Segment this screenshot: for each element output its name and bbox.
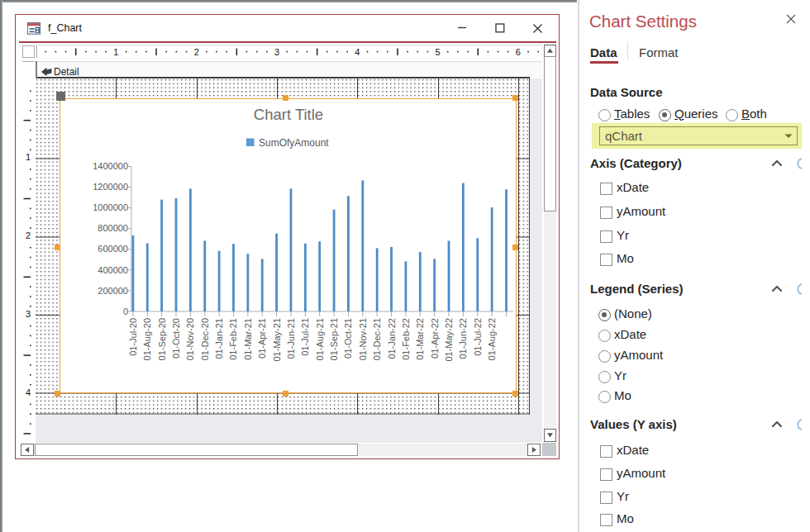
svg-text:1000000: 1000000 xyxy=(93,202,128,212)
svg-text:01-Aug-22: 01-Aug-22 xyxy=(487,318,497,360)
svg-text:01-Dec-20: 01-Dec-20 xyxy=(200,318,210,360)
svg-text:2: 2 xyxy=(194,47,199,57)
svg-text:01-Feb-21: 01-Feb-21 xyxy=(228,318,238,360)
svg-text:01-Oct-21: 01-Oct-21 xyxy=(343,318,353,359)
svg-text:01-Jul-21: 01-Jul-21 xyxy=(300,318,310,356)
svg-text:200000: 200000 xyxy=(98,286,128,296)
svg-text:01-Jan-22: 01-Jan-22 xyxy=(387,318,397,359)
svg-text:3: 3 xyxy=(25,309,30,319)
svg-text:5: 5 xyxy=(436,47,441,57)
svg-text:01-Jul-22: 01-Jul-22 xyxy=(473,318,483,356)
svg-text:1: 1 xyxy=(25,152,30,162)
svg-text:1400000: 1400000 xyxy=(93,161,128,171)
svg-text:01-Jan-21: 01-Jan-21 xyxy=(214,318,224,359)
svg-text:1: 1 xyxy=(113,47,118,57)
svg-text:4: 4 xyxy=(355,47,360,57)
svg-text:01-Jun-21: 01-Jun-21 xyxy=(286,318,296,359)
svg-text:01-May-22: 01-May-22 xyxy=(444,318,454,362)
svg-text:01-Oct-20: 01-Oct-20 xyxy=(171,318,181,359)
svg-text:0: 0 xyxy=(123,306,128,316)
svg-text:600000: 600000 xyxy=(98,244,128,254)
svg-text:01-Sep-21: 01-Sep-21 xyxy=(329,318,339,360)
svg-text:01-Feb-22: 01-Feb-22 xyxy=(401,318,411,360)
svg-text:01-Apr-21: 01-Apr-21 xyxy=(257,318,267,359)
svg-text:Chart Title: Chart Title xyxy=(254,106,323,123)
svg-text:01-Jul-20: 01-Jul-20 xyxy=(128,318,138,356)
svg-text:01-Jun-22: 01-Jun-22 xyxy=(458,318,468,359)
svg-text:01-Sep-20: 01-Sep-20 xyxy=(157,318,167,360)
svg-text:2: 2 xyxy=(25,230,30,240)
svg-text:01-Mar-21: 01-Mar-21 xyxy=(243,318,253,360)
svg-text:01-Aug-21: 01-Aug-21 xyxy=(315,318,325,360)
svg-text:1200000: 1200000 xyxy=(93,182,128,192)
svg-text:800000: 800000 xyxy=(98,223,128,233)
svg-text:4: 4 xyxy=(25,387,30,397)
svg-text:01-Mar-22: 01-Mar-22 xyxy=(415,318,425,360)
svg-text:SumOfyAmount: SumOfyAmount xyxy=(259,137,329,149)
svg-text:01-Nov-20: 01-Nov-20 xyxy=(185,318,195,360)
svg-text:01-Aug-20: 01-Aug-20 xyxy=(142,318,152,360)
svg-text:01-Dec-21: 01-Dec-21 xyxy=(372,318,382,360)
svg-text:6: 6 xyxy=(516,47,521,57)
svg-text:01-Apr-22: 01-Apr-22 xyxy=(430,318,440,359)
svg-text:3: 3 xyxy=(274,47,279,57)
svg-text:400000: 400000 xyxy=(98,265,128,275)
svg-text:01-May-21: 01-May-21 xyxy=(272,318,282,362)
svg-text:01-Nov-21: 01-Nov-21 xyxy=(358,318,368,360)
